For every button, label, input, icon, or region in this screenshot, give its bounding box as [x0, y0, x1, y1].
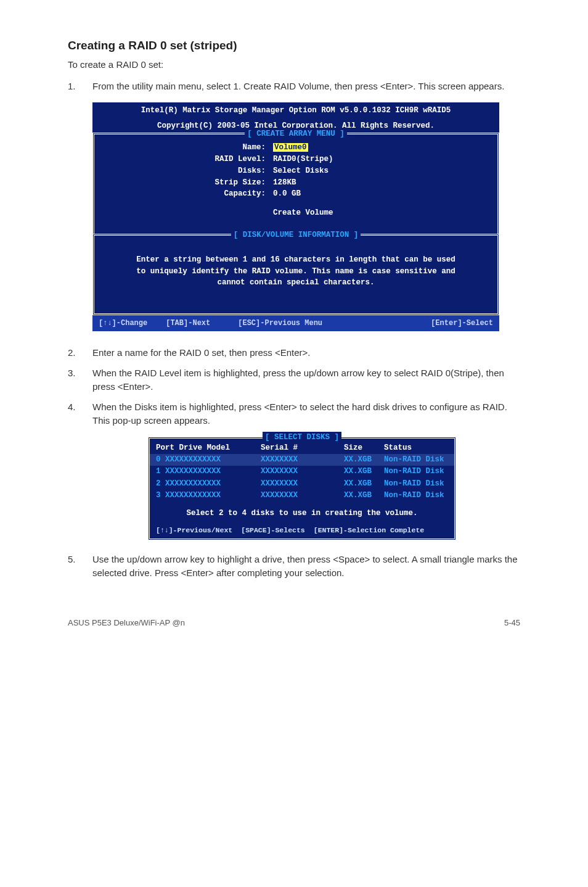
step-number: 1. — [68, 80, 92, 94]
disk-row[interactable]: 3 XXXXXXXXXXXX XXXXXXXX XX.XGB Non-RAID … — [156, 490, 448, 501]
disk-serial: XXXXXXXX — [261, 478, 344, 490]
col-port-header: Port Drive Model — [156, 442, 261, 454]
disk-row[interactable]: 0 XXXXXXXXXXXX XXXXXXXX XX.XGB Non-RAID … — [150, 454, 454, 466]
step-2-text: Enter a name for the RAID 0 set, then pr… — [92, 346, 520, 360]
disk-row[interactable]: 1 XXXXXXXXXXXX XXXXXXXX XX.XGB Non-RAID … — [156, 466, 448, 477]
info-line2: to uniquely identify the RAID volume. Th… — [107, 266, 485, 278]
disk-volume-info-label: [ DISK/VOLUME INFORMATION ] — [231, 229, 361, 241]
field-capacity-value[interactable]: 0.0 GB — [273, 188, 491, 200]
footer-left: ASUS P5E3 Deluxe/WiFi-AP @n — [68, 617, 185, 629]
disk-serial: XXXXXXXX — [261, 490, 344, 501]
field-raidlevel-value[interactable]: RAID0(Stripe) — [273, 154, 491, 165]
intro-text: To create a RAID 0 set: — [68, 58, 520, 72]
disks-info-text: Select 2 to 4 disks to use in creating t… — [156, 501, 448, 523]
footer-change: [↑↓]-Change — [99, 318, 147, 329]
col-size-header: Size — [344, 442, 384, 454]
step-4-text: When the Disks item is highlighted, pres… — [92, 400, 520, 428]
disk-status: Non-RAID Disk — [384, 478, 448, 490]
bios-create-array-panel: Intel(R) Matrix Storage Manager Option R… — [92, 102, 499, 331]
select-disks-panel: [ SELECT DISKS ] Port Drive Model Serial… — [148, 437, 456, 540]
info-text: Enter a string between 1 and 16 characte… — [100, 239, 491, 306]
disk-size: XX.XGB — [344, 478, 384, 490]
bios-footer-bar: [↑↓]-Change [TAB]-Next [ESC]-Previous Me… — [92, 315, 499, 331]
step-number: 3. — [68, 366, 92, 394]
step-3-text: When the RAID Level item is highlighted,… — [92, 366, 520, 394]
step-number: 5. — [68, 553, 92, 580]
step-number: 2. — [68, 346, 92, 360]
disk-size: XX.XGB — [344, 454, 384, 466]
field-stripsize-value[interactable]: 128KB — [273, 177, 491, 189]
disk-port: 0 XXXXXXXXXXXX — [156, 454, 261, 466]
disk-size: XX.XGB — [344, 490, 384, 501]
disks-header-row: Port Drive Model Serial # Size Status — [156, 442, 448, 454]
disk-serial: XXXXXXXX — [261, 466, 344, 477]
disks-footer-complete: [ENTER]-Selection Complete — [314, 525, 424, 536]
col-status-header: Status — [384, 442, 448, 454]
footer-prev: [ESC]-Previous Menu — [238, 318, 322, 329]
disk-status: Non-RAID Disk — [384, 466, 448, 477]
field-name-value[interactable]: Volume0 — [273, 143, 308, 152]
footer-next: [TAB]-Next — [166, 318, 210, 329]
bios-header-line1: Intel(R) Matrix Storage Manager Option R… — [92, 102, 499, 118]
disks-footer: [↑↓]-Previous/Next [SPACE]-Selects [ENTE… — [156, 524, 448, 536]
info-line1: Enter a string between 1 and 16 characte… — [107, 254, 485, 266]
disk-port: 1 XXXXXXXXXXXX — [156, 466, 261, 477]
section-title: Creating a RAID 0 set (striped) — [68, 37, 520, 54]
field-capacity-label: Capacity: — [100, 188, 273, 200]
field-disks-label: Disks: — [100, 165, 273, 177]
disk-status: Non-RAID Disk — [384, 490, 448, 501]
field-disks-value[interactable]: Select Disks — [273, 165, 491, 177]
col-serial-header: Serial # — [261, 442, 344, 454]
step-1-text: From the utility main menu, select 1. Cr… — [92, 80, 520, 94]
footer-right: 5-45 — [504, 617, 520, 629]
field-stripsize-label: Strip Size: — [100, 177, 273, 189]
step-5-text: Use the up/down arrow key to highlight a… — [92, 553, 520, 580]
disk-port: 2 XXXXXXXXXXXX — [156, 478, 261, 490]
create-array-menu-label: [ CREATE ARRAY MENU ] — [245, 128, 347, 140]
step-number: 4. — [68, 400, 92, 428]
select-disks-title: [ SELECT DISKS ] — [263, 432, 341, 444]
disks-footer-prevnext: [↑↓]-Previous/Next — [156, 525, 232, 536]
field-name-label: Name: — [100, 142, 273, 154]
disk-port: 3 XXXXXXXXXXXX — [156, 490, 261, 501]
create-volume-action[interactable]: Create Volume — [273, 207, 491, 219]
disk-row[interactable]: 2 XXXXXXXXXXXX XXXXXXXX XX.XGB Non-RAID … — [156, 478, 448, 490]
disk-size: XX.XGB — [344, 466, 384, 477]
page-footer: ASUS P5E3 Deluxe/WiFi-AP @n 5-45 — [68, 617, 520, 629]
disk-serial: XXXXXXXX — [261, 454, 344, 466]
disk-status: Non-RAID Disk — [384, 454, 448, 466]
disks-footer-selects: [SPACE]-Selects — [241, 525, 305, 536]
field-raidlevel-label: RAID Level: — [100, 154, 273, 165]
info-line3: cannot contain special characters. — [107, 277, 485, 289]
footer-select: [Enter]-Select — [431, 318, 493, 329]
